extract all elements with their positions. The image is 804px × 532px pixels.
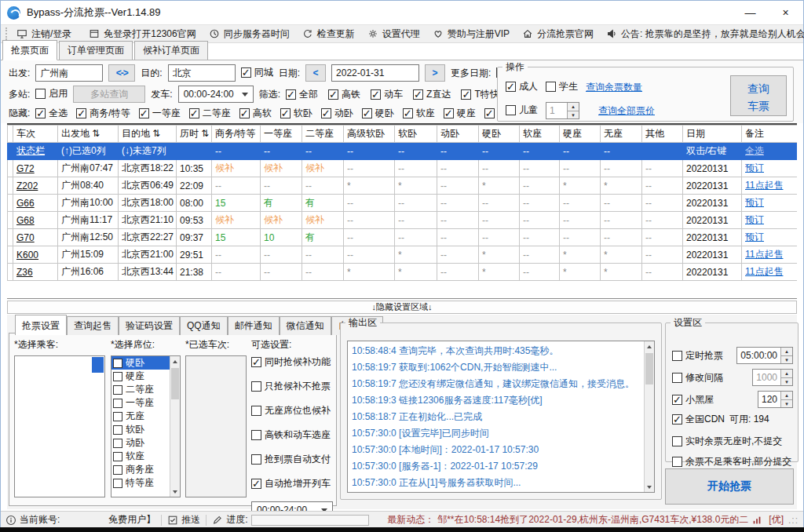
date-input[interactable]: 2022-01-31 <box>331 64 419 82</box>
log-scrollbar[interactable] <box>644 341 654 492</box>
bottom-tab-查询起售[interactable]: 查询起售 <box>67 316 119 335</box>
column-header-selector[interactable] <box>8 126 13 143</box>
scroll-down-icon[interactable] <box>645 482 654 492</box>
spinner-arrows-icon[interactable]: ▴▾ <box>780 348 792 363</box>
seat-list-item-无座[interactable]: 无座 <box>111 410 170 423</box>
prev-date-button[interactable]: < <box>305 64 326 82</box>
dest-input[interactable]: 北京 <box>168 64 236 82</box>
toolbar-item-speaker[interactable]: 公告: 抢票靠的是坚持，放弃就是给别人机会！ <box>600 25 804 42</box>
next-date-button[interactable]: > <box>425 64 445 82</box>
settings-checkbox-小黑屋[interactable]: 小黑屋 <box>672 393 714 406</box>
settings-checkbox-全国CDN[interactable]: 全国CDN <box>672 413 725 426</box>
hide-checkbox-硬座[interactable]: 硬座 <box>444 107 476 120</box>
column-header-备注[interactable]: 备注 <box>742 126 798 143</box>
remark-link[interactable]: 11点起售 <box>745 180 783 191</box>
filter-checkbox-全部[interactable]: 全部 <box>286 88 318 101</box>
main-tab-抢票页面[interactable]: 抢票页面 <box>2 40 57 60</box>
query-remaining-link[interactable]: 查询余票数量 <box>586 81 642 94</box>
hide-checkbox-硬卧[interactable]: 硬卧 <box>362 107 394 120</box>
toolbar-item-window[interactable]: 免登录打开12306官网 <box>82 25 202 42</box>
row-selector-cell[interactable] <box>8 264 13 281</box>
row-selector-cell[interactable] <box>8 177 13 195</box>
hide-checkbox-一等座[interactable]: 一等座 <box>139 107 181 120</box>
multi-station-enable-checkbox[interactable]: 启用 <box>35 87 68 100</box>
settings-checkbox-实时余票无座时,不提交[interactable]: 实时余票无座时,不提交 <box>672 435 782 448</box>
train-link[interactable]: G72 <box>16 163 35 174</box>
column-header-车次[interactable]: 车次 <box>13 126 58 143</box>
hide-checkbox-商务/特等[interactable]: 商务/特等 <box>76 107 130 120</box>
row-selector-cell[interactable] <box>8 160 13 177</box>
train-link[interactable]: Z36 <box>16 267 33 278</box>
same-city-checkbox[interactable]: 同城 <box>241 66 273 79</box>
scrollbar-thumb[interactable] <box>171 368 179 399</box>
toolbar-item-gear[interactable]: 设置代理 <box>361 25 426 42</box>
toolbar-item-heart[interactable]: 赞助与注册VIP <box>426 25 516 42</box>
row-selector-cell[interactable] <box>8 246 13 264</box>
train-link[interactable]: G66 <box>16 198 35 209</box>
toolbar-grip[interactable] <box>5 27 7 40</box>
column-header-硬卧[interactable]: 硬卧 <box>479 126 520 143</box>
seat-list-item-二等座[interactable]: 二等座 <box>111 383 170 396</box>
minimize-button[interactable]: — <box>733 1 768 24</box>
scroll-down-icon[interactable] <box>170 486 180 497</box>
spinner-arrows-icon[interactable]: ▴▾ <box>780 370 792 385</box>
option-checkbox-只抢候补不抢票[interactable]: 只抢候补不抢票 <box>251 380 331 393</box>
column-header-出发地 ⇅[interactable]: 出发地 ⇅ <box>58 126 119 143</box>
option-checkbox-抢到票自动支付[interactable]: 抢到票自动支付 <box>251 453 331 466</box>
column-header-高级软卧[interactable]: 高级软卧 <box>344 126 395 143</box>
scroll-up-icon[interactable] <box>170 356 180 366</box>
main-tab-候补订单页面[interactable]: 候补订单页面 <box>134 41 208 60</box>
seat-list-scrollbar[interactable] <box>170 356 180 497</box>
main-tab-订单管理页面[interactable]: 订单管理页面 <box>59 41 133 60</box>
start-grab-button[interactable]: 开始抢票 <box>665 468 794 505</box>
depart-time-select[interactable]: 00:00-24:00 <box>178 86 254 103</box>
settings-stepper-小黑屋[interactable]: 120▴▾ <box>758 391 793 408</box>
toolbar-item-home[interactable]: 分流抢票官网 <box>516 25 600 42</box>
settings-checkbox-余票不足乘客时,部分提交[interactable]: 余票不足乘客时,部分提交 <box>672 455 791 468</box>
hide-checkbox-全选[interactable]: 全选 <box>35 107 68 120</box>
seat-list[interactable]: 硬卧硬座二等座一等座无座软卧动卧软座商务座特等座 <box>111 355 181 497</box>
remark-link[interactable]: 预订 <box>745 231 764 242</box>
scroll-up-icon[interactable] <box>645 341 654 352</box>
query-tickets-button[interactable]: 查询 车票 <box>730 75 787 116</box>
bottom-tab-验证码设置[interactable]: 验证码设置 <box>119 316 180 335</box>
column-header-硬座[interactable]: 硬座 <box>560 126 601 143</box>
student-checkbox[interactable]: 学生 <box>546 80 578 93</box>
hide-checkbox-软座[interactable]: 软座 <box>403 107 435 120</box>
train-link[interactable]: G70 <box>16 232 35 243</box>
hide-checkbox-动卧[interactable]: 动卧 <box>321 107 353 120</box>
filter-checkbox-Z直达[interactable]: Z直达 <box>413 88 451 101</box>
bottom-tab-微信通知[interactable]: 微信通知 <box>280 316 331 335</box>
bottom-tab-QQ通知[interactable]: QQ通知 <box>180 316 228 335</box>
row-selector-cell[interactable] <box>8 143 13 160</box>
option-checkbox-自动抢增开列车[interactable]: 自动抢增开列车 <box>251 477 331 490</box>
train-link[interactable]: G68 <box>16 215 35 226</box>
toolbar-item-clock[interactable]: 同步服务器时间 <box>203 25 296 42</box>
column-header-动卧[interactable]: 动卧 <box>437 126 479 143</box>
seat-list-item-软卧[interactable]: 软卧 <box>111 423 170 436</box>
remark-link[interactable]: 11点起售 <box>745 266 783 277</box>
train-link[interactable]: K600 <box>16 250 38 261</box>
remark-link[interactable]: 11点起售 <box>745 249 783 260</box>
seat-list-item-特等座[interactable]: 特等座 <box>111 476 170 490</box>
seat-list-item-一等座[interactable]: 一等座 <box>111 396 170 410</box>
settings-stepper-修改间隔[interactable]: 1000▴▾ <box>752 369 793 386</box>
swap-stations-button[interactable]: <-> <box>108 64 135 82</box>
option-checkbox-同时抢候补功能[interactable]: 同时抢候补功能 <box>251 355 331 369</box>
column-header-二等座[interactable]: 二等座 <box>302 126 344 143</box>
multi-station-query-button[interactable]: 多站查询 <box>73 86 145 103</box>
hide-checkbox-软卧[interactable]: 软卧 <box>280 107 312 120</box>
resize-grip[interactable]: .:: <box>788 515 799 526</box>
push-label[interactable]: 推送 <box>181 513 200 527</box>
seat-list-item-商务座[interactable]: 商务座 <box>111 463 170 476</box>
close-button[interactable]: × <box>768 1 803 24</box>
bottom-tab-邮件通知[interactable]: 邮件通知 <box>228 316 280 335</box>
column-header-目的地 ⇅[interactable]: 目的地 ⇅ <box>119 126 177 143</box>
child-count-stepper[interactable]: 1 ▴▾ <box>546 102 579 119</box>
column-header-其他[interactable]: 其他 <box>642 126 683 143</box>
bottom-tab-抢票设置[interactable]: 抢票设置 <box>15 315 67 335</box>
settings-checkbox-定时抢票[interactable]: 定时抢票 <box>672 349 723 363</box>
hide-settings-divider[interactable]: ↓隐藏设置区域↓ <box>7 301 797 314</box>
query-all-prices-link[interactable]: 查询全部票价 <box>598 104 655 118</box>
settings-checkbox-修改间隔[interactable]: 修改间隔 <box>672 371 723 384</box>
